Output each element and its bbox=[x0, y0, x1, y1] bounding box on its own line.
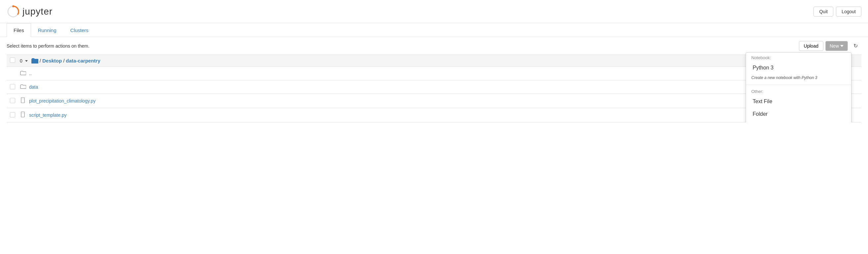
file-list-header: 0 / Desktop / data-carpentry Name bbox=[7, 55, 861, 67]
tabs-bar: Files Running Clusters bbox=[0, 23, 868, 37]
tab-running[interactable]: Running bbox=[31, 23, 63, 37]
file-name-data[interactable]: data bbox=[29, 84, 38, 90]
logo-text: jupyter bbox=[23, 6, 53, 17]
other-section-label: Other: bbox=[746, 86, 851, 95]
tab-files[interactable]: Files bbox=[7, 23, 31, 37]
tab-clusters[interactable]: Clusters bbox=[63, 23, 95, 37]
file-script-icon bbox=[20, 111, 26, 119]
dropdown-divider bbox=[746, 85, 851, 85]
folder-open-icon bbox=[20, 70, 26, 77]
refresh-button[interactable]: ↻ bbox=[850, 40, 861, 51]
toolbar: Select items to perform actions on them.… bbox=[0, 37, 868, 55]
file-row-parent: .. bbox=[7, 67, 861, 80]
terminal-option[interactable]: Terminal bbox=[746, 120, 851, 122]
selected-count: 0 bbox=[20, 58, 23, 63]
logout-button[interactable]: Logout bbox=[836, 7, 861, 17]
folder-option[interactable]: Folder bbox=[746, 108, 851, 120]
toolbar-right: Upload New ↻ Notebook: Python 3 Create a… bbox=[799, 40, 861, 51]
folder-data-icon bbox=[20, 84, 26, 90]
select-all-checkbox[interactable] bbox=[10, 58, 20, 64]
quit-button[interactable]: Quit bbox=[813, 7, 833, 17]
file-checkbox-data[interactable] bbox=[10, 84, 20, 90]
file-py-icon bbox=[20, 97, 26, 105]
file-name-script-template[interactable]: script_template.py bbox=[29, 112, 67, 118]
svg-rect-2 bbox=[21, 97, 25, 103]
file-row-plot-precip: plot_precipitation_climatology.py bbox=[7, 94, 861, 108]
file-checkbox-plot-precip[interactable] bbox=[10, 98, 20, 104]
svg-rect-4 bbox=[21, 112, 25, 117]
new-dropdown-arrow-icon bbox=[840, 45, 843, 47]
header-buttons: Quit Logout bbox=[813, 7, 861, 17]
count-dropdown-icon[interactable] bbox=[25, 58, 28, 63]
file-list: 0 / Desktop / data-carpentry Name .. bbox=[7, 55, 861, 122]
select-hint: Select items to perform actions on them. bbox=[7, 43, 90, 49]
folder-icon bbox=[31, 58, 38, 64]
text-file-option[interactable]: Text File bbox=[746, 95, 851, 108]
python3-option[interactable]: Python 3 bbox=[746, 61, 851, 74]
python3-tooltip: Create a new notebook with Python 3 bbox=[746, 74, 851, 83]
logo-area: jupyter bbox=[7, 5, 53, 18]
file-name-parent[interactable]: .. bbox=[29, 71, 32, 76]
upload-button[interactable]: Upload bbox=[799, 41, 824, 51]
file-name-plot-precip[interactable]: plot_precipitation_climatology.py bbox=[29, 98, 95, 104]
refresh-icon: ↻ bbox=[854, 43, 858, 49]
svg-point-1 bbox=[12, 5, 14, 7]
notebook-section-label: Notebook: bbox=[746, 53, 851, 61]
new-button[interactable]: New bbox=[825, 41, 848, 51]
jupyter-logo-icon bbox=[7, 5, 20, 18]
file-row-data: data bbox=[7, 80, 861, 94]
file-row-script-template: script_template.py 6 B bbox=[7, 108, 861, 122]
file-checkbox-script-template[interactable] bbox=[10, 112, 20, 118]
breadcrumb: / Desktop / data-carpentry bbox=[31, 58, 835, 64]
new-dropdown-menu: Notebook: Python 3 Create a new notebook… bbox=[746, 52, 851, 122]
header: jupyter Quit Logout bbox=[0, 0, 868, 23]
breadcrumb-desktop[interactable]: Desktop bbox=[42, 58, 62, 63]
breadcrumb-data-carpentry[interactable]: data-carpentry bbox=[66, 58, 100, 63]
